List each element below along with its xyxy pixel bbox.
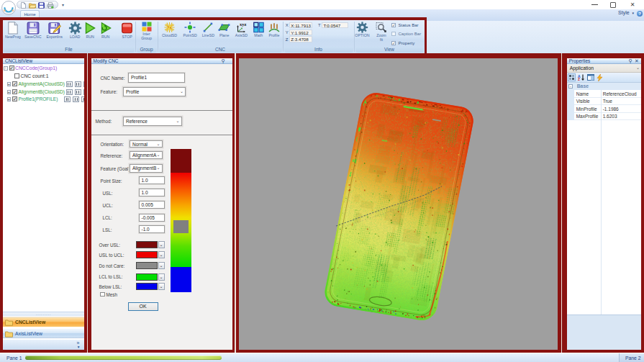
svg-text:xyz: xyz [240, 22, 247, 27]
svg-text:Z: Z [578, 77, 580, 81]
